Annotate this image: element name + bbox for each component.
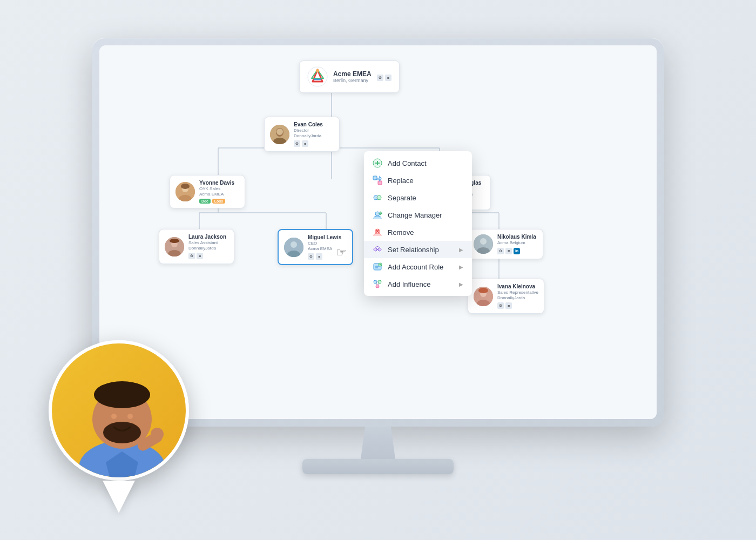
icon-nikolaus-2: ≡ (505, 248, 512, 254)
node-company-yvonne: Acma EMEA (199, 192, 239, 197)
menu-label-change-manager: Change Manager (388, 211, 442, 219)
svg-point-56 (375, 212, 380, 216)
svg-point-81 (127, 414, 133, 419)
pin-tail (103, 481, 135, 513)
icon-laura-1: ⊙ (188, 253, 195, 259)
node-info-laura: Laura Jackson Sales Assistant DonnallyJa… (188, 234, 228, 259)
acme-icon-2: ≡ (385, 75, 392, 81)
node-icons-evan: ⊙ ≡ (294, 140, 334, 147)
node-name-nikolaus: Nikolaus Kimla (497, 234, 537, 240)
node-company-evan: DonnallyJarda (294, 133, 334, 139)
svg-point-19 (316, 69, 319, 72)
acme-node[interactable]: Acme EMEA Berlin, Germany ⊙ ≡ (299, 60, 400, 93)
node-info-nikolaus: Nikolaus Kimla Acma Belgium ⊙ ≡ in (497, 234, 537, 254)
avatar-ivana (474, 287, 493, 306)
icon-miguel-1: ⊙ (308, 253, 314, 260)
node-nikolaus[interactable]: Nikolaus Kimla Acma Belgium ⊙ ≡ in (468, 229, 543, 259)
cursor-hand: ☞ (336, 246, 347, 260)
node-title-miguel: CEO (308, 241, 347, 246)
monitor-stand-base (302, 459, 454, 474)
node-title-yvonne: OYK Sales (199, 186, 239, 192)
node-company-ivana: DonnallyJarda (497, 295, 538, 301)
node-ivana[interactable]: Ivana Kleinova Sales Representative Donn… (468, 279, 544, 314)
svg-point-62 (378, 248, 381, 251)
set-relationship-icon (373, 245, 382, 254)
linkedin-icon-nikolaus: in (514, 248, 520, 254)
person-circle (49, 340, 189, 481)
node-miguel[interactable]: Miguel Lewis CEO Acma EMEA ⊙ ≡ ☞ (278, 229, 353, 265)
add-influence-icon (373, 279, 382, 289)
node-info-evan: Evan Coles Director DonnallyJarda ⊙ ≡ (294, 122, 334, 147)
tag-dec: Dec (199, 199, 211, 204)
node-laura[interactable]: Laura Jackson Sales Assistant DonnallyJa… (159, 229, 234, 264)
monitor-wrapper: Acme EMEA Berlin, Germany ⊙ ≡ (81, 38, 675, 502)
node-yvonne[interactable]: Yvonne Davis OYK Sales Acma EMEA Dec Los… (170, 175, 245, 208)
icon-evan-1: ⊙ (294, 140, 300, 147)
icon-evan-2: ≡ (302, 140, 308, 147)
menu-item-add-contact[interactable]: Add Contact (364, 154, 472, 172)
menu-label-add-influence: Add Influence (388, 280, 431, 288)
change-manager-icon (373, 210, 382, 220)
menu-label-separate: Separate (388, 194, 416, 202)
person-svg (52, 343, 189, 481)
menu-item-change-manager[interactable]: Change Manager (364, 206, 472, 224)
svg-point-72 (376, 285, 379, 288)
node-icons-laura: ⊙ ≡ (188, 253, 228, 259)
node-company-nikolaus: Acma Belgium (497, 240, 537, 246)
menu-label-remove: Remove (388, 228, 414, 237)
icon-ivana-1: ⊙ (497, 302, 504, 309)
avatar-evan (270, 125, 289, 144)
svg-rect-52 (378, 181, 382, 185)
add-contact-icon (373, 158, 382, 168)
menu-item-set-relationship[interactable]: Set Relationship ▶ (364, 241, 472, 258)
add-influence-arrow: ▶ (459, 281, 463, 287)
separate-icon (373, 193, 382, 202)
acme-info: Acme EMEA Berlin, Germany (333, 70, 372, 83)
node-name-yvonne: Yvonne Davis (199, 180, 239, 186)
menu-item-add-account-role[interactable]: Add Account Role ▶ (364, 258, 472, 275)
monitor-stand-neck (356, 427, 400, 459)
menu-label-add-contact: Add Contact (388, 159, 427, 167)
replace-icon (373, 176, 382, 185)
avatar-yvonne (176, 182, 195, 201)
node-title-ivana: Sales Representative (497, 290, 538, 295)
remove-icon (373, 227, 382, 237)
person-bubble-wrapper (49, 340, 200, 513)
tag-loss: Loss (212, 199, 225, 204)
svg-point-84 (151, 428, 164, 441)
acme-location: Berlin, Germany (333, 78, 372, 83)
node-company-laura: DonnallyJarda (188, 246, 228, 251)
node-name-miguel: Miguel Lewis (308, 234, 347, 241)
context-menu: Add Contact Replace (364, 151, 472, 296)
acme-name: Acme EMEA (333, 70, 372, 78)
icon-nikolaus-1: ⊙ (497, 248, 504, 254)
menu-label-add-account-role: Add Account Role (388, 263, 443, 271)
avatar-miguel (284, 238, 303, 257)
node-title-laura: Sales Assistant (188, 240, 228, 246)
icon-miguel-2: ≡ (316, 253, 322, 260)
add-account-role-icon (373, 262, 382, 272)
svg-point-61 (374, 248, 377, 251)
menu-label-set-relationship: Set Relationship (388, 246, 439, 254)
menu-item-separate[interactable]: Separate (364, 189, 472, 206)
svg-point-27 (181, 184, 190, 189)
acme-icon-1: ⊙ (377, 75, 383, 81)
node-evan[interactable]: Evan Coles Director DonnallyJarda ⊙ ≡ (264, 117, 340, 152)
node-info-yvonne: Yvonne Davis OYK Sales Acma EMEA Dec Los… (199, 180, 239, 204)
node-info-ivana: Ivana Kleinova Sales Representative Donn… (497, 284, 538, 309)
node-tags-yvonne: Dec Loss (199, 199, 239, 204)
acme-logo (307, 66, 328, 87)
pin-shape (49, 340, 200, 513)
svg-point-34 (170, 239, 179, 243)
avatar-laura (165, 237, 184, 256)
menu-item-replace[interactable]: Replace (364, 172, 472, 189)
menu-item-add-influence[interactable]: Add Influence ▶ (364, 275, 472, 293)
node-name-evan: Evan Coles (294, 122, 334, 128)
svg-point-78 (94, 381, 150, 408)
add-account-role-arrow: ▶ (459, 264, 463, 270)
menu-item-remove[interactable]: Remove (364, 224, 472, 241)
node-icons-nikolaus: ⊙ ≡ in (497, 248, 537, 254)
svg-point-80 (111, 414, 117, 419)
set-relationship-arrow: ▶ (459, 247, 463, 253)
svg-point-47 (478, 288, 488, 293)
